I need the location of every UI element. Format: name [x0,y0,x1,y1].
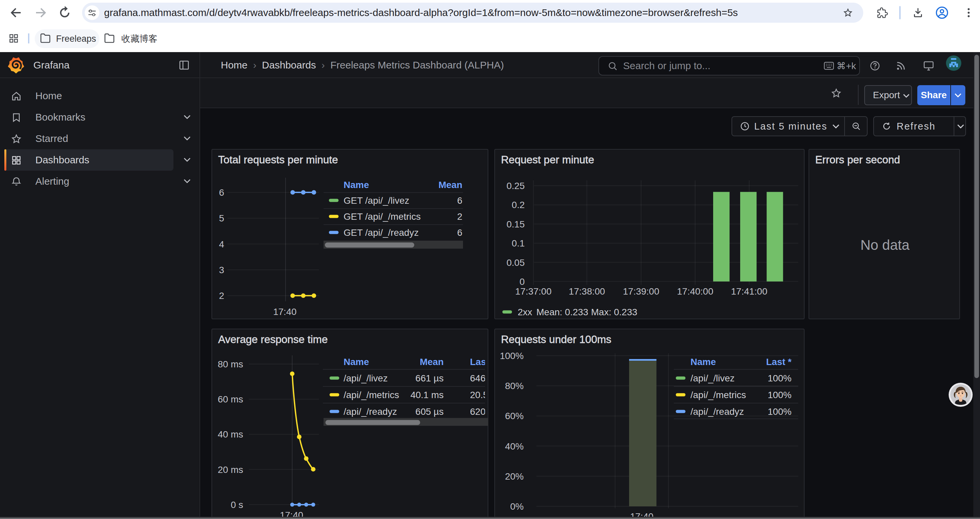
svg-text:Mean: Mean [420,357,444,367]
svg-text:5: 5 [219,213,224,224]
svg-text:Max: 0.233: Max: 0.233 [591,307,638,317]
svg-text:4: 4 [219,239,224,249]
svg-text:620: 620 [470,406,486,417]
svg-text:646: 646 [470,373,486,383]
svg-text:Mean: Mean [438,180,462,190]
svg-text:3: 3 [219,265,224,275]
svg-text:0.25: 0.25 [507,181,525,191]
svg-text:0.2: 0.2 [512,200,525,210]
svg-text:6: 6 [219,187,224,198]
svg-text:0.05: 0.05 [507,257,525,268]
svg-text:20 ms: 20 ms [218,465,243,475]
svg-text:2: 2 [457,211,462,222]
svg-text:60%: 60% [505,411,524,421]
svg-text:/api/_/readyz: /api/_/readyz [344,406,397,417]
svg-text:GET /api/_/livez: GET /api/_/livez [344,195,409,206]
svg-text:0.1: 0.1 [512,238,525,249]
svg-text:20.5 m: 20.5 m [470,390,489,400]
svg-text:80 ms: 80 ms [218,359,243,369]
svg-text:40%: 40% [505,441,524,452]
svg-text:6: 6 [457,227,462,238]
svg-text:100%: 100% [767,406,792,417]
svg-text:605 µs: 605 µs [415,406,444,417]
svg-text:Last *: Last * [470,357,489,367]
svg-text:17:39:00: 17:39:00 [623,286,659,297]
svg-text:/api/_/metrics: /api/_/metrics [344,390,399,400]
svg-text:GET /api/_/readyz: GET /api/_/readyz [344,227,418,238]
svg-text:/api/_/readyz: /api/_/readyz [690,406,744,417]
svg-text:Last *: Last * [766,357,792,367]
svg-text:17:41:00: 17:41:00 [731,286,767,297]
svg-text:17:40: 17:40 [273,307,296,317]
svg-text:17:38:00: 17:38:00 [569,286,605,297]
svg-text:Name: Name [344,357,369,367]
svg-text:Name: Name [690,357,716,367]
svg-text:Name: Name [344,180,369,190]
svg-text:0 s: 0 s [231,500,243,510]
svg-text:100%: 100% [767,390,792,400]
svg-text:6: 6 [457,195,462,206]
svg-text:Mean: 0.233: Mean: 0.233 [536,307,589,317]
svg-text:40 ms: 40 ms [218,429,243,439]
svg-text:GET /api/_/metrics: GET /api/_/metrics [344,211,421,222]
svg-text:20%: 20% [505,471,524,482]
svg-text:/api/_/metrics: /api/_/metrics [690,390,746,400]
svg-text:100%: 100% [500,351,524,361]
svg-text:661 µs: 661 µs [415,373,444,383]
svg-text:2: 2 [219,291,224,301]
svg-text:/api/_/livez: /api/_/livez [690,373,735,383]
svg-text:60 ms: 60 ms [218,394,243,404]
svg-text:80%: 80% [505,381,524,391]
svg-text:40.1 ms: 40.1 ms [410,390,444,400]
svg-text:17:37:00: 17:37:00 [515,286,552,297]
svg-text:100%: 100% [767,373,792,383]
svg-text:17:40:00: 17:40:00 [677,286,713,297]
svg-text:0%: 0% [510,501,524,512]
svg-text:0.15: 0.15 [507,219,525,230]
svg-text:/api/_/livez: /api/_/livez [344,373,388,383]
svg-text:0: 0 [519,276,525,287]
svg-text:2xx: 2xx [518,307,532,317]
